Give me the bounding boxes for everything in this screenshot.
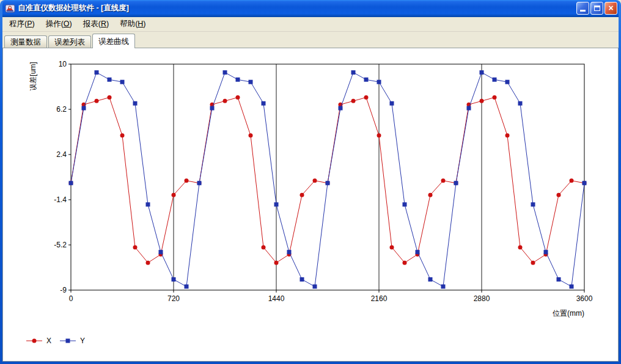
y-tick-label: -1.4 [54,195,67,204]
data-point-Y [249,80,253,84]
data-point-X [403,261,407,265]
data-point-X [172,193,176,197]
data-point-X [441,178,446,183]
data-point-X [300,193,304,197]
data-point-Y [518,101,523,106]
data-point-Y [108,78,112,82]
y-tick-label: -5.2 [54,241,67,249]
data-point-Y [480,70,484,75]
data-point-X [570,178,574,183]
data-point-Y [95,70,99,75]
x-tick-label: 1440 [268,294,285,303]
data-point-Y [262,101,266,106]
data-point-Y [557,277,561,282]
data-point-Y [493,78,497,82]
data-point-Y [390,101,394,106]
x-tick-label: 2880 [474,294,490,303]
y-tick-label: 6.2 [56,105,67,114]
error-curve-chart: 07201440216028803600106.22.4-1.4-5.2-9误差… [3,48,618,361]
data-point-Y [326,181,330,185]
maximize-icon [594,5,600,11]
data-point-X [364,95,369,100]
data-point-Y [69,181,73,185]
error-curve-panel: 07201440216028803600106.22.4-1.4-5.2-9误差… [2,48,619,362]
data-point-X [377,133,381,137]
tab-error-curve[interactable]: 误差曲线 [92,34,135,48]
data-point-Y [351,70,356,75]
data-point-X [313,178,317,183]
menu-report[interactable]: 报表(R) [78,17,114,31]
tab-strip: 测量数据 误差列表 误差曲线 [2,32,619,48]
data-point-X [249,133,253,137]
y-tick-label: 10 [59,60,67,68]
data-point-X [262,245,266,249]
data-point-Y [428,277,433,282]
data-point-X [95,99,99,103]
data-point-Y [133,101,138,106]
data-point-Y [544,250,548,254]
data-point-X [505,133,510,137]
data-point-Y [570,285,574,289]
data-point-X [518,245,523,249]
data-point-Y [274,202,279,206]
tab-error-list[interactable]: 误差列表 [48,35,91,48]
data-point-X [557,193,561,197]
data-point-Y [403,202,407,206]
data-point-X [428,193,433,197]
data-point-X [146,261,150,265]
plot-area [71,64,584,290]
app-icon [5,3,15,13]
data-point-Y [467,106,471,111]
data-point-Y [454,181,458,185]
maximize-button[interactable] [590,2,603,15]
data-point-Y [313,285,317,289]
titlebar[interactable]: 自准直仪数据处理软件 - [直线度] × [2,0,619,17]
legend-label-Y: Y [80,337,85,345]
data-point-Y [339,106,343,111]
menu-operate[interactable]: 操作(O) [40,17,78,31]
tab-measure-data[interactable]: 测量数据 [4,35,47,48]
data-point-Y [146,202,150,206]
minimize-icon [580,10,586,12]
data-point-Y [531,202,535,206]
legend-label-X: X [46,337,51,345]
app-window: 自准直仪数据处理软件 - [直线度] × 程序(P) 操作(O) 报表(R) 帮… [0,0,621,364]
legend-marker-Y [66,339,70,343]
data-point-Y [582,181,587,185]
data-point-X [351,99,356,103]
data-point-X [274,261,279,265]
window-title: 自准直仪数据处理软件 - [直线度] [18,3,575,13]
data-point-Y [82,106,86,111]
x-tick-label: 720 [167,294,180,303]
x-tick-label: 3600 [576,294,593,303]
data-point-Y [505,80,510,84]
data-point-X [236,95,240,100]
x-tick-label: 2160 [371,294,388,303]
data-point-Y [185,285,189,289]
data-point-Y [364,78,369,82]
data-point-X [185,178,189,183]
x-axis-label: 位置(mm) [553,309,584,318]
data-point-Y [120,80,125,84]
y-tick-label: 2.4 [56,150,67,159]
data-point-X [108,95,112,100]
data-point-Y [300,277,304,282]
data-point-Y [172,277,176,282]
y-axis-label: 误差[um] [29,62,37,90]
y-tick-label: -9 [60,286,67,294]
data-point-Y [377,80,381,84]
data-point-X [223,99,227,103]
data-point-Y [287,250,292,254]
menu-program[interactable]: 程序(P) [4,17,40,31]
close-icon: × [608,4,613,12]
data-point-Y [236,78,240,82]
menu-bar: 程序(P) 操作(O) 报表(R) 帮助(H) [2,17,619,32]
minimize-button[interactable] [576,2,589,15]
menu-help[interactable]: 帮助(H) [114,17,151,31]
data-point-X [133,245,138,249]
data-point-X [480,99,484,103]
data-point-Y [197,181,202,185]
close-button[interactable]: × [604,2,617,15]
data-point-Y [210,106,215,111]
data-point-Y [416,250,420,254]
